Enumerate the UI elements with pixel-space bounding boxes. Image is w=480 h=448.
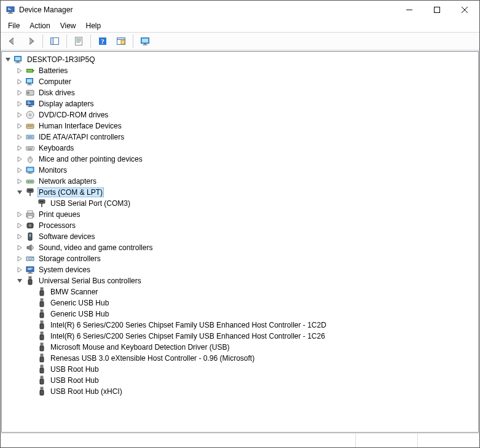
expand-icon[interactable] [15,66,25,76]
svg-rect-111 [40,313,44,318]
svg-rect-69 [28,190,32,191]
toolbar-back-button[interactable] [4,33,20,49]
tree-node[interactable]: Renesas USB 3.0 eXtensible Host Controll… [3,353,477,364]
tree-node[interactable]: Universal Serial Bus controllers [3,275,477,286]
toolbar-view-button[interactable] [137,33,153,49]
svg-rect-119 [40,335,44,340]
tree-node[interactable]: Ports (COM & LPT) [3,187,477,198]
tree-node[interactable]: Keyboards [3,143,477,154]
menu-action[interactable]: Action [25,20,55,31]
tree-node[interactable]: Microsoft Mouse and Keyboard Detection D… [3,342,477,353]
titlebar: Device Manager [1,1,479,19]
svg-rect-90 [32,257,33,258]
svg-rect-120 [41,343,43,346]
collapse-icon[interactable] [15,276,25,286]
cd-icon [25,110,35,120]
collapse-icon[interactable] [15,187,25,197]
svg-rect-27 [17,61,19,63]
tree-node-label: Computer [37,76,73,87]
tree-node[interactable]: DVD/CD-ROM drives [3,109,477,120]
svg-rect-4 [8,13,13,14]
storage-icon [25,254,35,264]
tree-node[interactable]: Mice and other pointing devices [3,154,477,165]
expand-icon[interactable] [15,154,25,164]
svg-rect-54 [30,147,31,149]
tree-node[interactable]: Intel(R) 6 Series/C200 Series Chipset Fa… [3,320,477,331]
expand-icon[interactable] [15,88,25,98]
minimize-button[interactable] [395,1,423,19]
tree-node[interactable]: Display adapters [3,98,477,109]
expand-icon[interactable] [15,265,25,275]
tree-node[interactable]: Human Interface Devices [3,120,477,132]
expand-icon[interactable] [15,232,25,242]
svg-rect-33 [28,84,31,85]
svg-point-65 [28,181,29,183]
tree-node[interactable]: USB Root Hub (xHCI) [3,386,477,397]
tree-node[interactable]: Storage controllers [3,253,477,264]
svg-rect-129 [41,366,42,367]
expand-icon[interactable] [15,110,25,120]
toolbar-show-hide-tree-button[interactable] [47,33,63,49]
toolbar-properties-button[interactable] [71,33,87,49]
expand-icon[interactable] [15,121,25,131]
menu-file[interactable]: File [3,20,25,31]
expand-icon[interactable] [15,254,25,264]
tree-node[interactable]: DESKTOP-1R3IP5Q [3,54,477,65]
tree-node[interactable]: Generic USB Hub [3,308,477,320]
device-tree[interactable]: DESKTOP-1R3IP5QBatteriesComputerDisk dri… [1,51,479,433]
tree-node[interactable]: Intel(R) 6 Series/C200 Series Chipset Fa… [3,331,477,342]
tree-node-label: IDE ATA/ATAPI controllers [37,132,125,143]
disk-icon [25,88,35,98]
tree-node[interactable]: Monitors [3,165,477,176]
svg-rect-125 [41,355,42,356]
expand-icon[interactable] [15,165,25,175]
tree-node[interactable]: System devices [3,264,477,275]
expand-icon[interactable] [15,99,25,109]
expand-icon[interactable] [15,132,25,142]
tree-node[interactable]: Disk drives [3,87,477,98]
tree-node[interactable]: Print queues [3,209,477,220]
toolbar-forward-button[interactable] [23,33,39,49]
toolbar-separator [90,34,91,48]
svg-rect-126 [42,355,42,356]
close-button[interactable] [450,1,478,19]
tree-node[interactable]: BMW Scanner [3,286,477,297]
toolbar-separator [66,34,67,48]
svg-rect-23 [144,44,146,45]
tree-node[interactable]: Network adapters [3,176,477,187]
tree-node[interactable]: IDE ATA/ATAPI controllers [3,132,477,143]
tree-node[interactable]: Generic USB Hub [3,297,477,308]
tree-node[interactable]: USB Serial Port (COM3) [3,198,477,209]
sound-icon [25,243,35,253]
expand-icon[interactable] [15,210,25,219]
menubar: File Action View Help [1,19,479,33]
tree-node[interactable]: Software devices [3,231,477,242]
status-cell [1,434,356,447]
expand-icon[interactable] [15,176,25,186]
expand-icon[interactable] [15,77,25,87]
tree-node[interactable]: Batteries [3,65,477,76]
toolbar-scan-button[interactable] [113,33,129,49]
arrow-right-icon [26,36,36,46]
tree-node-label: Keyboards [37,143,75,154]
expand-icon[interactable] [15,143,25,153]
collapse-icon[interactable] [3,55,13,65]
menu-help[interactable]: Help [81,20,106,31]
expand-icon[interactable] [15,221,25,230]
tree-node[interactable]: Processors [3,220,477,231]
ide-icon [25,132,35,142]
usb-icon [37,309,47,319]
svg-point-87 [30,238,31,240]
toolbar-help-button[interactable]: ? [95,33,111,49]
tree-node[interactable]: USB Root Hub [3,375,477,386]
maximize-button[interactable] [423,1,450,19]
tree-node[interactable]: Sound, video and game controllers [3,242,477,253]
computer-icon [14,55,23,65]
svg-rect-122 [42,344,42,345]
expand-icon[interactable] [15,243,25,253]
svg-rect-123 [40,346,44,351]
tree-node[interactable]: USB Root Hub [3,364,477,375]
menu-view[interactable]: View [55,20,81,31]
tree-node[interactable]: Computer [3,76,477,87]
port-icon [25,187,35,197]
